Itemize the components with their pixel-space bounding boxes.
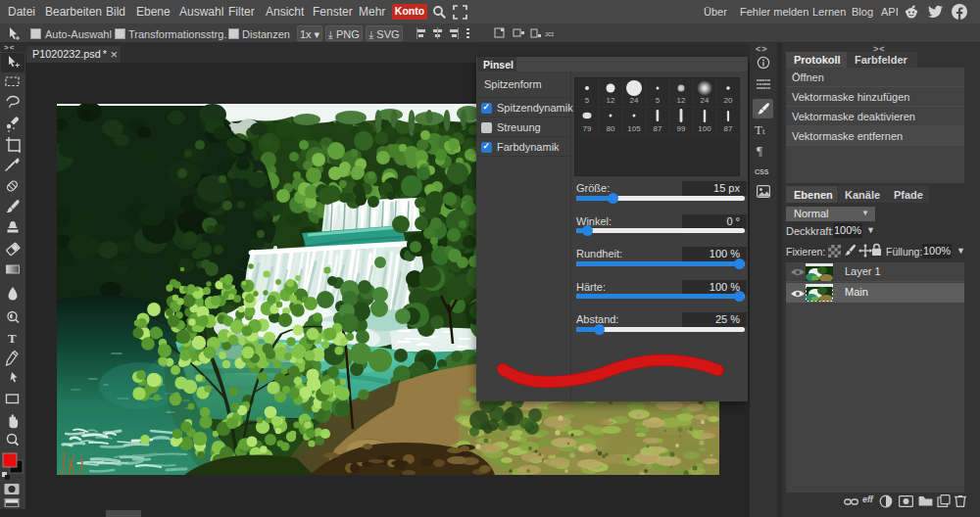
svg-text:87: 87 [654,124,662,133]
svg-text:12: 12 [677,96,686,105]
svg-text:12: 12 [607,96,615,105]
svg-text:105: 105 [627,124,641,133]
svg-text:24: 24 [701,96,710,105]
svg-text:T: T [8,331,17,346]
svg-text:87: 87 [724,124,733,133]
svg-text:79: 79 [583,124,592,133]
svg-text:24: 24 [630,96,639,105]
svg-text:80: 80 [607,124,615,133]
svg-text:5: 5 [656,96,661,105]
svg-text:5: 5 [585,96,590,105]
svg-text:20: 20 [724,96,733,105]
svg-text:100: 100 [698,124,711,133]
svg-text:ᴊᴄɪ: ᴊᴄɪ [545,30,554,37]
svg-text:99: 99 [677,124,686,133]
